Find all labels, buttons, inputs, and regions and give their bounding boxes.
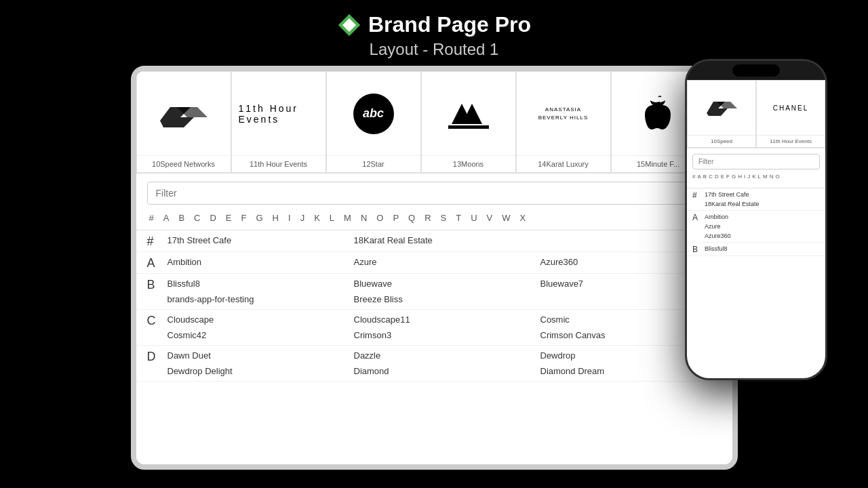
list-item-18karat[interactable]: 18Karat Real Estate xyxy=(354,233,535,247)
phone-list-items-a: Ambition Azure Azure360 xyxy=(705,212,820,241)
brand-name-10speed: 10Speed Networks xyxy=(137,155,231,172)
phone-item-azure360[interactable]: Azure360 xyxy=(705,231,820,241)
phone-brand-card-chanel[interactable]: CHANEL 11th Hour Events xyxy=(756,80,825,148)
alpha-m[interactable]: M xyxy=(342,211,353,224)
phone-alpha-i[interactable]: I xyxy=(744,174,745,180)
tablet-screen: 10Speed Networks 11th Hour Events 11th H… xyxy=(136,71,732,464)
alpha-hash[interactable]: # xyxy=(147,211,156,224)
alpha-u[interactable]: U xyxy=(469,211,479,224)
phone-alpha-hash[interactable]: # xyxy=(692,174,695,180)
svg-rect-2 xyxy=(448,125,489,129)
alpha-x[interactable]: X xyxy=(518,211,528,224)
app-header: Brand Page Pro Layout - Routed 1 xyxy=(337,0,531,66)
phone-notch xyxy=(687,61,825,80)
brand-list: # 17th Street Cafe 18Karat Real Estate A… xyxy=(136,230,732,382)
phone-alpha-c[interactable]: C xyxy=(709,174,713,180)
phone-alpha-h[interactable]: H xyxy=(738,174,742,180)
list-item-cloudscape[interactable]: Cloudscape xyxy=(167,312,349,327)
phone-alpha-f[interactable]: F xyxy=(726,174,730,180)
list-letter-d: D xyxy=(147,348,167,364)
alpha-j[interactable]: J xyxy=(298,211,307,224)
brand-card-chanel[interactable]: 11th Hour Events 11th Hour Events xyxy=(231,71,326,173)
alpha-c[interactable]: C xyxy=(192,211,202,224)
brand-name-12star: 12Star xyxy=(327,155,420,172)
phone-chanel-text: CHANEL xyxy=(773,104,809,112)
phone-filter-input[interactable] xyxy=(692,154,820,169)
phone-alpha-m[interactable]: M xyxy=(763,174,768,180)
phone-item-azure[interactable]: Azure xyxy=(705,222,820,231)
alpha-e[interactable]: E xyxy=(224,211,234,224)
app-subtitle: Layout - Routed 1 xyxy=(370,40,499,59)
list-item-brands-testing[interactable]: brands-app-for-testing xyxy=(167,292,349,306)
brand-card-13moons[interactable]: 13Moons xyxy=(421,71,516,173)
phone-alpha-n[interactable]: N xyxy=(770,174,774,180)
phone-alpha-e[interactable]: E xyxy=(721,174,724,180)
phone-list-letter-b: B xyxy=(692,244,705,254)
alpha-a[interactable]: A xyxy=(161,211,172,224)
phone-brand-row: 10Speed CHANEL 11th Hour Events xyxy=(687,80,825,148)
phone-brand-list: # 17th Street Cafe 18Karat Real Estate A… xyxy=(687,188,825,256)
alpha-d[interactable]: D xyxy=(208,211,218,224)
list-row-hash: # 17th Street Cafe 18Karat Real Estate xyxy=(136,230,732,252)
list-item-crimson3[interactable]: Crimson3 xyxy=(354,328,535,342)
alpha-r[interactable]: R xyxy=(422,211,433,224)
phone-item-18karat[interactable]: 18Karat Real Estate xyxy=(705,199,820,209)
alpha-o[interactable]: O xyxy=(374,211,385,224)
phone-alpha-a[interactable]: A xyxy=(697,174,701,180)
phone-alpha-d[interactable]: D xyxy=(715,174,719,180)
phone-item-ambition[interactable]: Ambition xyxy=(705,212,820,222)
list-item-blissful8[interactable]: Blissful8 xyxy=(167,277,349,291)
list-item-diamond[interactable]: Diamond xyxy=(354,364,535,378)
alpha-t[interactable]: T xyxy=(454,211,463,224)
phone-alpha-k[interactable]: K xyxy=(752,174,755,180)
alpha-i[interactable]: I xyxy=(286,211,293,224)
alpha-n[interactable]: N xyxy=(359,211,369,224)
list-item-azure[interactable]: Azure xyxy=(354,255,535,269)
filter-input[interactable] xyxy=(147,182,722,205)
list-item-cloudscape11[interactable]: Cloudscape11 xyxy=(354,312,535,327)
phone-alpha-g[interactable]: G xyxy=(732,174,736,180)
alpha-v[interactable]: V xyxy=(485,211,495,224)
brand-card-14karat[interactable]: ANASTASIABEVERLY HILLS 14Karat Luxury xyxy=(516,71,611,173)
app-title-row: Brand Page Pro xyxy=(337,12,531,37)
brand-card-12star[interactable]: abc 12Star xyxy=(326,71,421,173)
filter-section: # A B C D E F G H I J K L M N O P xyxy=(136,174,732,230)
phone-list-letter-hash: # xyxy=(692,190,705,200)
phone-alpha-b[interactable]: B xyxy=(703,174,707,180)
phone-list-items-hash: 17th Street Cafe 18Karat Real Estate xyxy=(705,190,820,209)
tablet-frame: 10Speed Networks 11th Hour Events 11th H… xyxy=(131,66,738,470)
app-logo-icon xyxy=(337,13,361,37)
list-item-ambition[interactable]: Ambition xyxy=(167,255,349,269)
list-item-dazzle[interactable]: Dazzle xyxy=(354,348,535,363)
phone-alpha-j[interactable]: J xyxy=(747,174,750,180)
alpha-l[interactable]: L xyxy=(328,211,336,224)
alpha-k[interactable]: K xyxy=(312,211,322,224)
list-item-breeze[interactable]: Breeze Bliss xyxy=(354,292,535,306)
phone-brand-card-10speed[interactable]: 10Speed xyxy=(687,80,756,148)
list-item-dewdrop-delight[interactable]: Dewdrop Delight xyxy=(167,364,349,378)
phone-list-row-b: B Blissful8 xyxy=(687,243,825,256)
brand-card-10speed[interactable]: 10Speed Networks xyxy=(136,71,231,173)
phone-item-17th[interactable]: 17th Street Cafe xyxy=(705,190,820,199)
alpha-h[interactable]: H xyxy=(271,211,281,224)
phone-alpha-l[interactable]: L xyxy=(758,174,761,180)
phone-alpha-o[interactable]: O xyxy=(775,174,779,180)
brand-name-14karat: 14Karat Luxury xyxy=(517,155,610,172)
list-item-17th[interactable]: 17th Street Cafe xyxy=(167,233,349,247)
app-name: Brand Page Pro xyxy=(368,12,531,37)
phone-item-blissful8[interactable]: Blissful8 xyxy=(705,244,820,253)
list-item-cosmic42[interactable]: Cosmic42 xyxy=(167,328,349,342)
phone-list-row-hash: # 17th Street Cafe 18Karat Real Estate xyxy=(687,188,825,211)
anastasia-logo: ANASTASIABEVERLY HILLS xyxy=(538,106,589,121)
alpha-q[interactable]: Q xyxy=(406,211,417,224)
list-item-dawn-duet[interactable]: Dawn Duet xyxy=(167,348,349,363)
alpha-p[interactable]: P xyxy=(391,211,401,224)
list-items-c: Cloudscape Cloudscape11 Cosmic Cosmic42 … xyxy=(167,312,722,342)
alpha-w[interactable]: W xyxy=(500,211,512,224)
brand-name-13moons: 13Moons xyxy=(422,155,515,172)
alpha-f[interactable]: F xyxy=(239,211,249,224)
alpha-s[interactable]: S xyxy=(439,211,449,224)
list-item-bluewave[interactable]: Bluewave xyxy=(354,277,535,291)
alpha-g[interactable]: G xyxy=(254,211,264,224)
alpha-b[interactable]: B xyxy=(176,211,186,224)
